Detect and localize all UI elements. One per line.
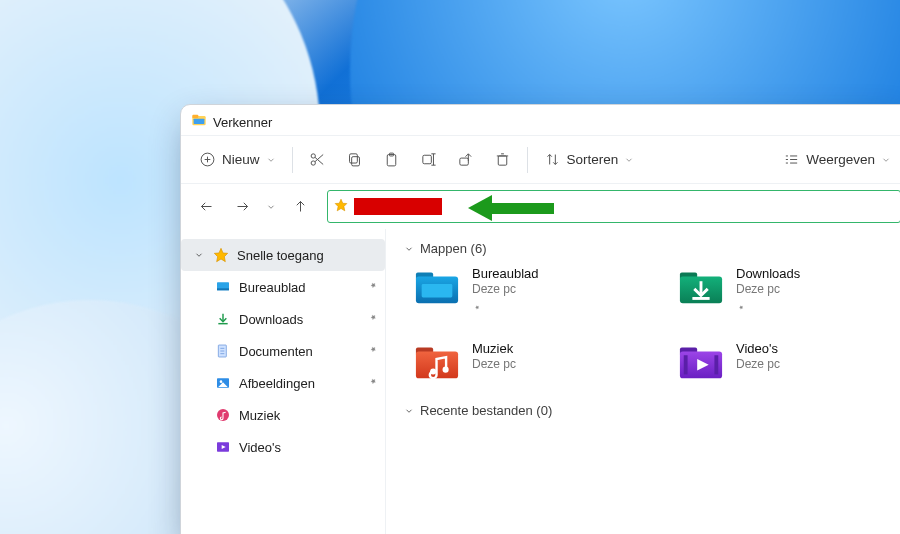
annotation-arrow <box>468 195 554 221</box>
trash-icon <box>494 151 511 168</box>
pin-icon <box>472 299 539 317</box>
window-title: Verkenner <box>213 115 272 130</box>
folder-name: Video's <box>736 341 780 356</box>
chevron-down-icon <box>404 244 414 254</box>
pictures-icon <box>215 375 231 391</box>
address-bar[interactable] <box>327 190 900 223</box>
folder-name: Bureaublad <box>472 266 539 281</box>
sidebar-item-label: Downloads <box>239 312 303 327</box>
sidebar-item-label: Afbeeldingen <box>239 376 315 391</box>
sidebar-item-videos[interactable]: Video's <box>181 431 385 463</box>
sidebar-item-label: Muziek <box>239 408 280 423</box>
content-pane: Mappen (6) Bureaublad Deze pc Downloads … <box>386 229 900 534</box>
svg-rect-37 <box>217 288 229 290</box>
rename-button[interactable] <box>410 142 447 178</box>
group-recent-header[interactable]: Recente bestanden (0) <box>404 403 899 418</box>
folder-name: Muziek <box>472 341 516 356</box>
svg-rect-10 <box>351 157 359 166</box>
rename-icon <box>420 151 437 168</box>
svg-marker-35 <box>214 248 227 261</box>
folder-item-downloads[interactable]: Downloads Deze pc <box>678 266 900 317</box>
svg-point-7 <box>311 161 315 165</box>
desktop-folder-icon <box>414 266 460 306</box>
chevron-down-icon <box>624 155 634 165</box>
sort-icon <box>544 151 561 168</box>
pin-icon <box>367 280 379 295</box>
toolbar: Nieuw Sorteren Weergeven <box>181 135 900 183</box>
desktop-icon <box>215 279 231 295</box>
sidebar-item-desktop[interactable]: Bureaublad <box>181 271 385 303</box>
star-icon <box>334 198 348 216</box>
group-folders-header[interactable]: Mappen (6) <box>404 241 899 256</box>
sidebar-item-documents[interactable]: Documenten <box>181 335 385 367</box>
nav-row <box>181 183 900 229</box>
new-button[interactable]: Nieuw <box>189 142 286 178</box>
folder-sub: Deze pc <box>472 357 516 371</box>
sidebar-item-label: Bureaublad <box>239 280 306 295</box>
divider <box>292 147 293 173</box>
sidebar-quick-access[interactable]: Snelle toegang <box>181 239 385 271</box>
svg-rect-20 <box>498 156 507 165</box>
copy-icon <box>346 151 363 168</box>
svg-rect-11 <box>349 154 357 163</box>
svg-rect-18 <box>459 158 468 165</box>
explorer-window: Verkenner Nieuw Sorteren Weergeven <box>180 104 900 534</box>
svg-rect-64 <box>714 355 718 374</box>
folder-sub: Deze pc <box>472 282 539 296</box>
folder-item-videos[interactable]: Video's Deze pc <box>678 341 900 381</box>
recent-locations-button[interactable] <box>261 190 281 224</box>
folder-item-desktop[interactable]: Bureaublad Deze pc <box>414 266 654 317</box>
folder-sub: Deze pc <box>736 282 800 296</box>
copy-button[interactable] <box>336 142 373 178</box>
folder-name: Downloads <box>736 266 800 281</box>
videos-folder-icon <box>678 341 724 381</box>
pin-icon <box>736 299 800 317</box>
sidebar-item-label: Documenten <box>239 344 313 359</box>
paste-button[interactable] <box>373 142 410 178</box>
scissors-icon <box>309 151 326 168</box>
svg-point-6 <box>311 154 315 158</box>
delete-button[interactable] <box>484 142 521 178</box>
back-button[interactable] <box>189 190 223 224</box>
sidebar-item-pictures[interactable]: Afbeeldingen <box>181 367 385 399</box>
folder-grid: Bureaublad Deze pc Downloads Deze pc <box>414 266 899 381</box>
pin-icon <box>367 344 379 359</box>
up-button[interactable] <box>283 190 317 224</box>
chevron-down-icon <box>193 250 205 260</box>
sidebar-label: Snelle toegang <box>237 248 324 263</box>
clipboard-icon <box>383 151 400 168</box>
sort-button[interactable]: Sorteren <box>534 142 645 178</box>
svg-marker-34 <box>335 199 347 211</box>
sidebar-item-music[interactable]: Muziek <box>181 399 385 431</box>
forward-button[interactable] <box>225 190 259 224</box>
svg-point-60 <box>430 368 436 374</box>
folder-sub: Deze pc <box>736 357 780 371</box>
folder-item-music[interactable]: Muziek Deze pc <box>414 341 654 381</box>
svg-rect-1 <box>192 115 198 118</box>
title-bar: Verkenner <box>181 105 900 135</box>
view-icon <box>783 151 800 168</box>
music-folder-icon <box>414 341 460 381</box>
svg-rect-14 <box>422 155 431 164</box>
sidebar-item-downloads[interactable]: Downloads <box>181 303 385 335</box>
view-button[interactable]: Weergeven <box>773 142 900 178</box>
document-icon <box>215 343 231 359</box>
group-label: Mappen (6) <box>420 241 486 256</box>
group-label: Recente bestanden (0) <box>420 403 552 418</box>
music-icon <box>215 407 231 423</box>
svg-point-45 <box>220 380 223 383</box>
download-icon <box>215 311 231 327</box>
sidebar: Snelle toegang Bureaublad Downloads Docu… <box>181 229 386 534</box>
sort-label: Sorteren <box>567 152 619 167</box>
share-button[interactable] <box>447 142 484 178</box>
cut-button[interactable] <box>299 142 336 178</box>
svg-rect-2 <box>194 119 205 124</box>
downloads-folder-icon <box>678 266 724 306</box>
address-text-redacted <box>354 198 442 215</box>
sidebar-item-label: Video's <box>239 440 281 455</box>
pin-icon <box>367 376 379 391</box>
svg-rect-63 <box>684 355 688 374</box>
svg-point-59 <box>443 367 449 373</box>
divider <box>527 147 528 173</box>
chevron-down-icon <box>881 155 891 165</box>
